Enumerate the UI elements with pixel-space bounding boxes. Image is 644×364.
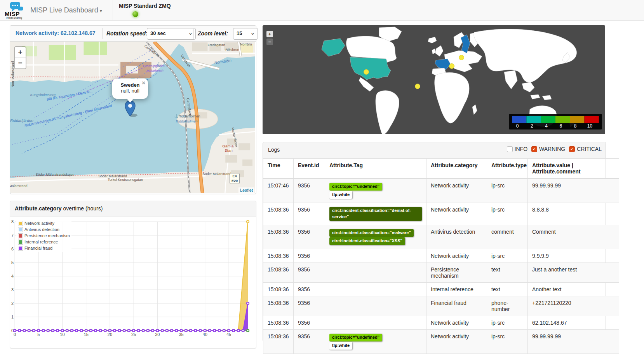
legend-tick-label: 0	[516, 123, 519, 129]
filter-info[interactable]: INFO	[507, 146, 527, 152]
data-point	[223, 329, 225, 332]
popup-close-icon[interactable]: ×	[142, 79, 145, 86]
table-row: 15:07:469356circl:topic="undefined"tlp:w…	[263, 178, 619, 203]
misp-logo[interactable]: MISP Threat Sharing	[5, 1, 25, 19]
road-shield-e4-e20: E4 E20	[230, 173, 240, 184]
svg-text:20: 20	[108, 332, 112, 337]
region-central-europe[interactable]	[444, 51, 482, 72]
chart-plot-area: 012345678051015202530354045 Network acti…	[10, 217, 255, 348]
zoom-out-button[interactable]: −	[266, 38, 273, 45]
data-point	[37, 329, 40, 332]
country-alaska[interactable]	[322, 38, 345, 56]
country-indonesia-east[interactable]	[542, 95, 552, 100]
logs-panel: Logs INFO✓WARNING✓CRITICAL TimeEvent.idA…	[263, 142, 606, 341]
city-map[interactable]: Norr MälarstrandKungsholmstorgRiddarfjär…	[10, 42, 255, 193]
country-france[interactable]	[435, 59, 451, 70]
country-united-states[interactable]	[350, 57, 391, 80]
filter-label: INFO	[515, 146, 527, 152]
region-southeast-asia[interactable]	[522, 82, 534, 92]
map-label: ⚓	[157, 62, 162, 67]
leaflet-attribution[interactable]: Leaflet	[238, 187, 254, 193]
building	[242, 159, 252, 166]
logs-table-body: 15:07:469356circl:topic="undefined"tlp:w…	[263, 178, 619, 354]
data-point	[132, 329, 135, 332]
data-point	[228, 329, 230, 332]
data-point	[142, 329, 144, 332]
attribute-tag[interactable]: circl:topic="undefined"	[329, 183, 382, 191]
table-row: 15:08:369356Network activityip-src62.102…	[263, 316, 619, 329]
attribute-tag[interactable]: tlp:white	[329, 191, 352, 199]
country-sweden[interactable]	[461, 35, 470, 53]
table-cell: 15:08:36	[263, 296, 294, 316]
data-point	[18, 329, 21, 332]
column-header: Event.id	[294, 159, 325, 179]
activity-dot-france[interactable]	[449, 64, 454, 69]
zoom-out-button[interactable]: −	[15, 58, 26, 68]
zoom-in-button[interactable]: +	[266, 31, 273, 37]
brand-dropdown[interactable]: MISP Live Dashboard▾	[30, 6, 102, 14]
data-point	[237, 329, 240, 332]
legend-label: Persistence mechanism	[24, 233, 70, 238]
filter-critical[interactable]: ✓CRITICAL	[569, 146, 602, 152]
rotation-speed-select[interactable]: 30 sec⌄	[147, 28, 196, 40]
data-point	[137, 329, 139, 332]
map-label: Fredsgatan	[207, 43, 225, 47]
country-india[interactable]	[504, 70, 517, 89]
zoom-in-button[interactable]: +	[15, 47, 26, 58]
filter-label: CRITICAL	[577, 146, 602, 152]
popup-tail	[127, 98, 134, 103]
data-point	[56, 329, 59, 332]
park	[49, 45, 76, 60]
country-uk[interactable]	[435, 46, 443, 56]
attribute-tag[interactable]: circl:topic="undefined"	[329, 334, 382, 341]
country-south-america[interactable]	[376, 91, 399, 134]
country-indonesia[interactable]	[531, 94, 540, 99]
tags-cell	[325, 282, 426, 296]
svg-text:25: 25	[131, 332, 136, 337]
legend-color-box	[18, 246, 23, 251]
filter-warning[interactable]: ✓WARNING	[531, 146, 565, 152]
country-ireland[interactable]	[432, 49, 436, 54]
table-cell: Network activity	[426, 316, 487, 329]
column-header: Attribute.value | Attribute.comment	[528, 159, 619, 179]
table-row: 15:08:369356circl:incident-classificatio…	[263, 225, 619, 249]
activity-dot-west-africa[interactable]	[415, 84, 420, 89]
legend-label: Network activity	[24, 221, 54, 226]
logo-subtext: Threat Sharing	[5, 16, 22, 19]
data-point	[166, 329, 168, 332]
continent-africa[interactable]	[435, 72, 469, 123]
zoom-level-select[interactable]: 15⌄	[233, 28, 258, 40]
attribute-tag[interactable]: circl:incident-classification="denial-of…	[329, 207, 422, 221]
activity-dot-united-states[interactable]	[364, 70, 369, 75]
data-point	[118, 329, 120, 332]
table-cell: +221721120220	[528, 296, 619, 316]
country-iceland[interactable]	[428, 37, 437, 43]
country-madagascar[interactable]	[472, 105, 477, 115]
world-map[interactable]: 0246810 + −	[263, 25, 605, 134]
zmq-status-dot	[132, 11, 138, 17]
attribute-tag[interactable]: circl:incident-classification="XSS"	[329, 237, 405, 245]
table-cell: 9356	[294, 225, 325, 249]
tags-cell	[325, 316, 426, 329]
table-cell: 9356	[294, 296, 325, 316]
log-filters: INFO✓WARNING✓CRITICAL	[507, 146, 602, 152]
svg-text:4: 4	[11, 274, 14, 278]
checkbox-checked-icon[interactable]: ✓	[569, 146, 575, 152]
checkbox-checked-icon[interactable]: ✓	[531, 146, 537, 152]
logs-panel-header: Logs INFO✓WARNING✓CRITICAL	[263, 142, 606, 158]
checkbox-unchecked-icon[interactable]	[507, 146, 513, 152]
attribute-tag[interactable]: tlp:white	[329, 342, 352, 350]
data-point	[213, 329, 216, 332]
svg-text:0: 0	[14, 332, 16, 337]
attribute-tag[interactable]: circl:incident-classification="malware"	[329, 229, 414, 237]
legend-item: Persistence mechanism	[18, 233, 70, 239]
data-point	[199, 329, 202, 332]
data-point	[194, 329, 197, 332]
table-cell: 99.99.99.99	[528, 178, 619, 203]
navbar-divider	[113, 0, 113, 20]
table-cell: 9356	[294, 262, 325, 282]
table-cell: comment	[487, 225, 528, 249]
svg-text:45: 45	[226, 332, 231, 337]
continent-asia[interactable]	[474, 29, 577, 82]
activity-dot-sweden[interactable]	[459, 55, 464, 60]
